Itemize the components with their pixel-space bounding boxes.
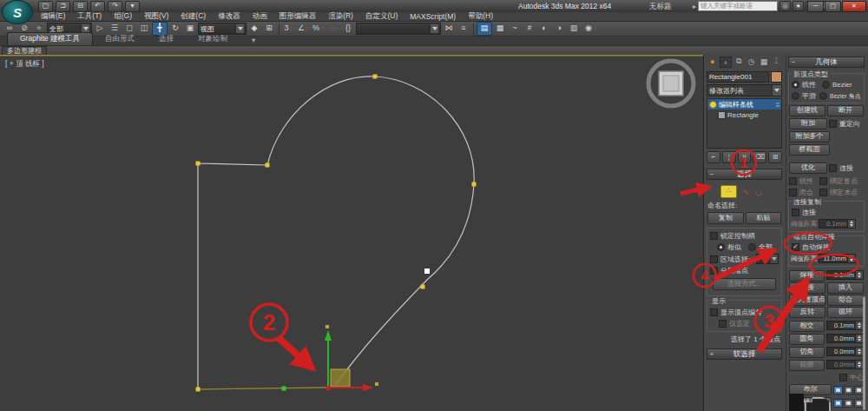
vertex[interactable] [196, 162, 201, 166]
keyboard-shortcut-override-icon[interactable]: ⊞ [262, 23, 276, 35]
render-production-icon[interactable]: ◉ [582, 23, 595, 35]
bind-last-checkbox[interactable] [819, 189, 827, 196]
segment-end-checkbox[interactable]: 分段端点 [710, 266, 779, 275]
menu-help[interactable]: 帮助(H) [462, 11, 499, 22]
modify-tab-icon[interactable]: ◗ [720, 56, 731, 68]
chamfer-button[interactable]: 切角 [789, 347, 825, 358]
search-go-icon[interactable]: ▸ [693, 3, 696, 10]
spline-subobject-icon[interactable]: ◡ [754, 187, 762, 196]
stack-row-rectangle[interactable]: Rectangle [707, 109, 781, 120]
polygon-modeling-panel-button[interactable]: 多边形建模 [2, 46, 47, 56]
linear-checkbox[interactable] [789, 177, 797, 185]
dropdown-arrow-icon[interactable] [772, 85, 781, 96]
paste-named-selection-button[interactable]: 粘贴 [746, 212, 782, 224]
modifier-stack[interactable]: 编辑样条线 ⁞⁞ Rectangle [707, 98, 782, 149]
vertex[interactable] [373, 75, 378, 79]
boolean-union-icon[interactable] [833, 386, 843, 394]
show-end-result-icon[interactable]: ¦ [722, 151, 736, 163]
vertex[interactable] [472, 182, 477, 187]
motion-tab-icon[interactable]: ◷ [746, 56, 756, 66]
attach-mult-button[interactable]: 附加多个 [789, 131, 830, 143]
remove-modifier-icon[interactable]: ⌫ [753, 151, 766, 163]
bezier-vertex-radio[interactable] [822, 81, 830, 89]
workspace-dropdown-icon[interactable]: ▾ [125, 1, 140, 12]
connect-button[interactable]: 连接 [789, 282, 825, 294]
area-selection-checkbox[interactable]: 区域选择: [710, 254, 779, 264]
spinner-snap-icon[interactable]: ∩ [326, 23, 340, 35]
align-icon[interactable]: ≡ [457, 23, 470, 35]
menu-create[interactable]: 创建(C) [174, 11, 212, 22]
render-setup-icon[interactable]: ◑ [552, 23, 566, 35]
maximize-button[interactable]: ▢ [825, 1, 841, 12]
mirror-vertical-icon[interactable] [844, 399, 853, 408]
closed-checkbox[interactable] [789, 189, 797, 196]
gizmo-plane-handle[interactable] [331, 369, 350, 387]
dropdown-arrow-icon[interactable] [235, 24, 244, 33]
select-by-button[interactable]: 选择方式... [713, 278, 776, 290]
menu-tools[interactable]: 工具(T) [71, 11, 108, 22]
search-icon[interactable]: ◎ [779, 1, 791, 11]
selected-only-checkbox[interactable]: 仅选定 [710, 319, 779, 328]
show-vertex-numbers-checkbox[interactable]: 显示顶点编号 [710, 308, 779, 317]
menu-customize[interactable]: 自定义(U) [359, 11, 404, 22]
menu-graph-editors[interactable]: 图形编辑器 [273, 11, 323, 22]
geometry-rollout-header[interactable]: −几何体 [788, 56, 865, 68]
refine-connect-checkbox[interactable]: 连接 [829, 162, 864, 174]
selection-rollout-header[interactable]: −选择 [707, 169, 782, 180]
configure-modifier-sets-icon[interactable]: ⊞ [768, 151, 782, 163]
dropdown-arrow-icon[interactable] [430, 24, 438, 33]
weld-threshold-spinner[interactable]: 0.1mm [826, 270, 864, 280]
rendered-frame-window-icon[interactable]: ▥ [567, 23, 581, 35]
panel-scrollbar[interactable] [863, 296, 865, 410]
object-name-field[interactable]: Rectangle001 [707, 71, 769, 83]
vertex-green[interactable] [282, 387, 286, 391]
modifier-list-dropdown[interactable]: 修改器列表 [707, 84, 782, 96]
undo-icon[interactable]: ↶ [90, 1, 105, 12]
spline-curve[interactable] [267, 76, 474, 386]
curve-editor-icon[interactable]: ~ [508, 23, 522, 35]
stack-expand-icon[interactable]: ⁞⁞ [776, 102, 779, 108]
vertex[interactable] [266, 163, 270, 168]
vertex[interactable] [421, 285, 425, 289]
menu-group[interactable]: 组(G) [108, 11, 138, 22]
fillet-spinner[interactable]: 0.0mm [826, 334, 864, 343]
object-color-swatch[interactable] [771, 71, 782, 83]
named-selection-sets-dropdown[interactable] [356, 23, 441, 35]
viewport-top[interactable]: [ + 顶 线框 ] [0, 55, 703, 411]
tab-freeform[interactable]: 自由形式 [93, 33, 147, 45]
save-file-icon[interactable]: ⊟ [73, 1, 88, 12]
menu-modifiers[interactable]: 修改器 [212, 11, 247, 22]
vertex-subobject-icon[interactable]: ∴ [720, 185, 737, 198]
layer-manager-icon[interactable]: ▤ [477, 22, 492, 36]
subscription-icon[interactable]: ★ [792, 1, 804, 11]
vertex[interactable] [196, 388, 201, 392]
fuse-button[interactable]: 熔合 [827, 295, 864, 306]
menu-animation[interactable]: 动画 [247, 11, 273, 22]
alike-radio[interactable] [717, 243, 725, 251]
open-file-icon[interactable]: ⊐ [56, 1, 70, 12]
outline-button[interactable]: 轮廓 [789, 360, 825, 371]
pin-stack-icon[interactable]: ⌐ [707, 151, 720, 163]
menu-rendering[interactable]: 渲染(R) [322, 11, 359, 22]
connect-copy-threshold-spinner[interactable]: 0.1mm [819, 219, 856, 229]
cross-insert-spinner[interactable]: 0.1mm [826, 321, 864, 330]
auto-weld-threshold-spinner[interactable]: 11.0mm [819, 254, 856, 263]
attach-button[interactable]: 附加 [789, 118, 827, 129]
graphite-toggle-icon[interactable]: ▦ [493, 23, 507, 35]
lock-handles-checkbox[interactable]: 锁定控制柄 [710, 231, 779, 241]
mirror-icon[interactable]: ⋈ [442, 23, 456, 35]
mirror-horizontal-icon[interactable] [833, 399, 843, 408]
spline-vertices[interactable] [196, 75, 477, 392]
create-tab-icon[interactable]: ● [707, 56, 717, 66]
use-pivot-point-icon[interactable]: ◆ [247, 23, 261, 35]
refine-button[interactable]: 优化 [789, 162, 827, 174]
connect-copy-checkbox[interactable]: 连接 [792, 208, 861, 217]
copy-named-selection-button[interactable]: 复制 [707, 212, 744, 224]
cross-insert-button[interactable]: 相交 [789, 321, 825, 332]
viewport-label[interactable]: [ + 顶 线框 ] [5, 59, 44, 70]
spline-bottom-segment[interactable] [198, 388, 326, 389]
close-button[interactable]: ✕ [842, 1, 866, 12]
tab-selection[interactable]: 选择 [147, 33, 186, 45]
redo-icon[interactable]: ↷ [108, 1, 122, 12]
boolean-subtract-icon[interactable] [844, 386, 853, 394]
